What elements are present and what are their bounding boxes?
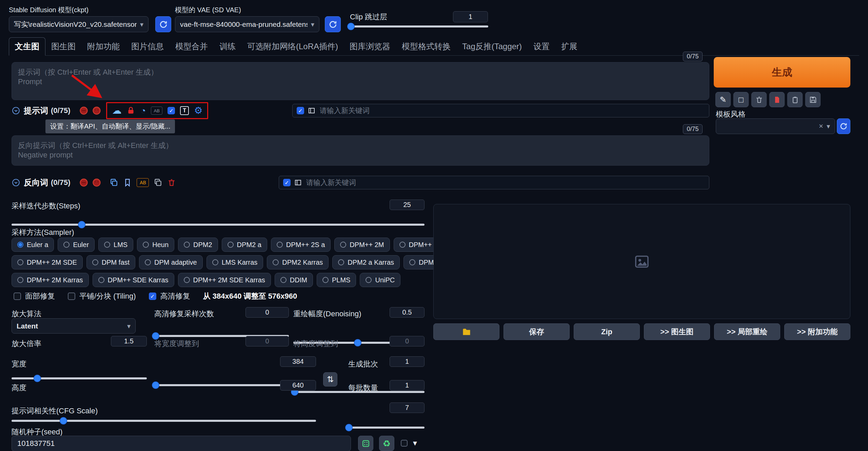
generate-button[interactable]: 生成: [714, 57, 850, 88]
slider-thumb[interactable]: [152, 382, 159, 389]
sampler-option[interactable]: DPM2 a: [222, 238, 267, 252]
tab-convert[interactable]: 模型格式转换: [396, 38, 456, 55]
hires-steps-value[interactable]: 0: [245, 307, 289, 318]
collapse-icon[interactable]: [12, 106, 20, 115]
clipboard-icon[interactable]: [154, 178, 162, 187]
seed-extra-caret-icon[interactable]: ▼: [412, 440, 418, 447]
resize-height-value[interactable]: 0: [390, 336, 425, 346]
tiling-checkbox[interactable]: [68, 293, 75, 300]
tab-img2img[interactable]: 图生图: [45, 38, 81, 55]
prompt-textarea[interactable]: [12, 62, 709, 100]
slider-thumb[interactable]: [152, 333, 159, 339]
ckpt-refresh-button[interactable]: [155, 16, 171, 32]
paste-button[interactable]: [787, 92, 803, 107]
sampler-option[interactable]: DPM++ 2M Karras: [12, 273, 89, 287]
seed-extra-checkbox[interactable]: [401, 440, 408, 447]
open-folder-button[interactable]: [433, 323, 499, 340]
resize-width-slider[interactable]: [154, 382, 289, 389]
style-dropdown[interactable]: × ▾: [716, 118, 835, 134]
batch-count-slider[interactable]: [348, 424, 425, 431]
sampler-option[interactable]: DPM2: [178, 238, 218, 252]
text-tool-icon[interactable]: T: [180, 106, 189, 115]
edit-style-button[interactable]: ✎: [715, 92, 731, 107]
negative-keyword-input[interactable]: [305, 178, 705, 187]
ab-compare-icon[interactable]: AB: [151, 107, 162, 115]
tab-gallery[interactable]: 图库浏览器: [344, 38, 396, 55]
sampler-option[interactable]: DDIM: [275, 273, 313, 287]
tab-txt2img[interactable]: 文生图: [9, 37, 45, 56]
red-emoji-icon[interactable]: [79, 106, 88, 115]
ab-compare-icon[interactable]: AB: [137, 178, 149, 187]
sampler-option[interactable]: UniPC: [360, 273, 400, 287]
tab-pnginfo[interactable]: 图片信息: [125, 38, 170, 55]
keyword-enable-checkbox[interactable]: [283, 179, 291, 186]
face-restore-checkbox[interactable]: [14, 293, 21, 300]
vae-refresh-button[interactable]: [325, 16, 341, 32]
trash-icon[interactable]: [167, 178, 176, 187]
width-slider[interactable]: [12, 417, 316, 424]
sampler-option[interactable]: DPM adaptive: [139, 255, 203, 269]
tab-extras[interactable]: 附加功能: [81, 38, 125, 55]
tab-train[interactable]: 训练: [214, 38, 241, 55]
seed-input[interactable]: [12, 436, 351, 451]
sampler-option[interactable]: Euler a: [12, 238, 54, 252]
style-refresh-button[interactable]: [837, 118, 850, 134]
clip-skip-slider[interactable]: [348, 23, 488, 30]
sampler-option[interactable]: DPM2 Karras: [267, 255, 329, 269]
tab-merge[interactable]: 模型合并: [170, 38, 214, 55]
panel-icon[interactable]: [308, 107, 316, 115]
slider-thumb[interactable]: [346, 424, 352, 431]
save-button[interactable]: 保存: [504, 323, 570, 340]
lock-icon[interactable]: [126, 106, 135, 115]
red-emoji-icon[interactable]: [92, 106, 101, 115]
swap-dimensions-button[interactable]: ⇅: [323, 372, 337, 387]
slider-thumb[interactable]: [78, 221, 85, 228]
sampler-option[interactable]: DPM fast: [86, 255, 135, 269]
scale-slider[interactable]: [12, 375, 147, 382]
sampler-option[interactable]: LMS: [98, 238, 133, 252]
pie-chart-icon[interactable]: ◔: [140, 106, 146, 115]
send-to-extras-button[interactable]: >> 附加功能: [784, 323, 850, 340]
slider-thumb[interactable]: [34, 375, 41, 382]
slider-thumb[interactable]: [60, 417, 67, 424]
tab-settings[interactable]: 设置: [528, 38, 555, 55]
steps-value[interactable]: 25: [390, 200, 425, 210]
clip-skip-value[interactable]: 1: [453, 11, 488, 22]
sampler-option[interactable]: PLMS: [317, 273, 356, 287]
width-value[interactable]: 384: [280, 356, 316, 367]
tab-tagger[interactable]: Tag反推(Tagger): [456, 38, 528, 55]
slider-thumb[interactable]: [348, 23, 354, 30]
sampler-option[interactable]: DPM++ 2S a: [271, 238, 331, 252]
height-value[interactable]: 640: [280, 380, 316, 391]
tab-lora[interactable]: 可选附加网络(LoRA插件): [241, 38, 344, 55]
tab-extensions[interactable]: 扩展: [555, 38, 583, 55]
placeholder-button[interactable]: □: [733, 92, 749, 107]
auto-translate-checkbox[interactable]: [167, 107, 175, 114]
slider-thumb[interactable]: [354, 339, 361, 346]
ckpt-dropdown[interactable]: 写实\realisticVisionV20_v20.safetensors [c…: [9, 16, 149, 32]
keyword-enable-checkbox[interactable]: [297, 107, 304, 114]
red-notepad-button[interactable]: [769, 92, 785, 107]
steps-slider[interactable]: [12, 221, 425, 228]
scale-value[interactable]: 1.5: [111, 336, 147, 346]
cloud-translate-icon[interactable]: ☁: [112, 106, 121, 115]
sampler-option[interactable]: Heun: [137, 238, 174, 252]
sampler-option[interactable]: DPM2 a Karras: [332, 255, 400, 269]
negative-prompt-textarea[interactable]: [12, 135, 709, 166]
batch-count-value[interactable]: 1: [390, 356, 425, 367]
close-icon[interactable]: ×: [819, 122, 823, 131]
red-emoji-icon[interactable]: [92, 178, 101, 187]
gear-icon[interactable]: ⚙: [194, 106, 202, 115]
prompt-keyword-input[interactable]: [319, 106, 705, 115]
panel-icon[interactable]: [294, 178, 302, 187]
clear-prompt-button[interactable]: [751, 92, 767, 107]
red-emoji-icon[interactable]: [79, 178, 88, 187]
denoising-value[interactable]: 0.5: [390, 307, 425, 318]
sampler-option[interactable]: DPM++ SDE Karras: [93, 273, 174, 287]
zip-button[interactable]: Zip: [574, 323, 640, 340]
batch-size-value[interactable]: 1: [390, 380, 425, 391]
sampler-option[interactable]: Euler: [58, 238, 95, 252]
upscaler-dropdown[interactable]: Latent ▾: [12, 318, 136, 334]
sampler-option[interactable]: LMS Karras: [206, 255, 263, 269]
sampler-option[interactable]: DPM++ 2M SDE Karras: [178, 273, 271, 287]
